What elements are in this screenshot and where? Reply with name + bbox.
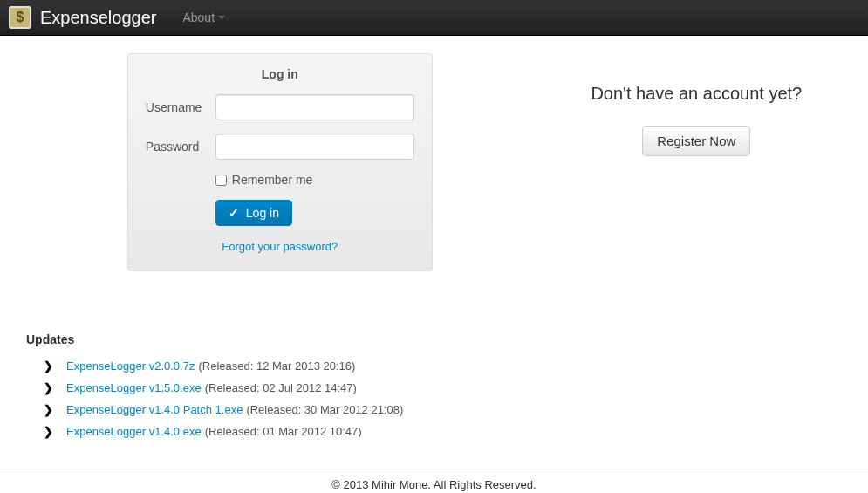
updates-section: Updates ❯ ExpenseLogger v2.0.0.7z (Relea…: [17, 332, 851, 438]
login-title: Log in: [146, 67, 414, 81]
update-meta: (Released: 12 Mar 2013 20:16): [198, 359, 355, 373]
password-label: Password: [146, 140, 215, 154]
chevron-right-icon: ❯: [44, 381, 53, 394]
about-menu[interactable]: About: [182, 10, 225, 24]
remember-checkbox[interactable]: [215, 175, 227, 186]
list-item: ❯ ExpenseLogger v1.4.0 Patch 1.exe (Rele…: [44, 403, 842, 416]
register-heading: Don't have an account yet?: [543, 84, 851, 104]
password-input[interactable]: [215, 134, 414, 160]
navbar: $ Expenselogger About: [0, 0, 868, 36]
footer: © 2013 Mihir Mone. All Rights Reserved.: [0, 469, 868, 493]
forgot-password-link[interactable]: Forgot your password?: [222, 240, 338, 253]
login-button-label: Log in: [246, 206, 279, 220]
update-link[interactable]: ExpenseLogger v2.0.0.7z: [66, 359, 195, 373]
list-item: ❯ ExpenseLogger v1.4.0.exe (Released: 01…: [44, 425, 842, 438]
chevron-right-icon: ❯: [44, 425, 53, 438]
list-item: ❯ ExpenseLogger v1.5.0.exe (Released: 02…: [44, 381, 842, 394]
chevron-right-icon: ❯: [44, 403, 53, 416]
username-input[interactable]: [215, 94, 414, 120]
about-label: About: [182, 10, 215, 24]
chevron-down-icon: [218, 16, 225, 19]
login-form: Log in Username Password Remember me ✓: [127, 53, 433, 271]
brand-title[interactable]: Expenselogger: [40, 8, 156, 28]
register-button[interactable]: Register Now: [642, 126, 750, 156]
login-button[interactable]: ✓ Log in: [215, 200, 292, 226]
update-link[interactable]: ExpenseLogger v1.4.0 Patch 1.exe: [66, 403, 243, 416]
chevron-right-icon: ❯: [44, 359, 53, 373]
updates-title: Updates: [26, 332, 842, 346]
update-meta: (Released: 30 Mar 2012 21:08): [246, 403, 403, 416]
check-icon: ✓: [229, 206, 239, 220]
update-meta: (Released: 02 Jul 2012 14:47): [205, 381, 357, 394]
main-content: Log in Username Password Remember me ✓: [9, 36, 859, 455]
remember-label: Remember me: [232, 173, 313, 187]
brand-icon: $: [9, 6, 31, 29]
list-item: ❯ ExpenseLogger v2.0.0.7z (Released: 12 …: [44, 359, 842, 373]
update-meta: (Released: 01 Mar 2012 10:47): [205, 425, 362, 438]
username-label: Username: [146, 100, 215, 114]
update-link[interactable]: ExpenseLogger v1.5.0.exe: [66, 381, 202, 394]
updates-list: ❯ ExpenseLogger v2.0.0.7z (Released: 12 …: [26, 359, 842, 438]
update-link[interactable]: ExpenseLogger v1.4.0.exe: [66, 425, 202, 438]
